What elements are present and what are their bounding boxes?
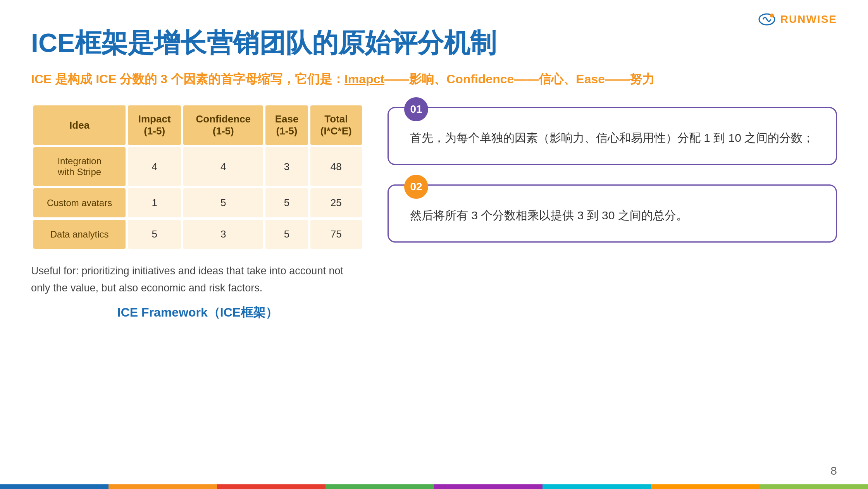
confidence-cell-1: 4 [183, 147, 263, 186]
bar-green [326, 484, 434, 489]
col-header-impact: Impact(1-5) [128, 105, 181, 145]
box2-text: 然后将所有 3 个分数相乘以提供 3 到 30 之间的总分。 [410, 205, 818, 226]
content-area: Idea Impact(1-5) Confidence(1-5) Ease(1-… [31, 103, 837, 321]
impact-cell-3: 5 [128, 220, 181, 249]
numbered-box-1: 01 首先，为每个单独的因素（影响力、信心和易用性）分配 1 到 10 之间的分… [388, 107, 837, 165]
bar-cyan [542, 484, 651, 489]
total-cell-2: 25 [310, 188, 362, 217]
bar-orange [108, 484, 217, 489]
table-section: Idea Impact(1-5) Confidence(1-5) Ease(1-… [31, 103, 364, 321]
ease-cell-1: 3 [265, 147, 308, 186]
confidence-cell-3: 3 [183, 220, 263, 249]
col-header-confidence: Confidence(1-5) [183, 105, 263, 145]
bar-purple [434, 484, 542, 489]
bar-red [217, 484, 326, 489]
badge-1: 01 [404, 97, 428, 121]
framework-label: ICE Framework（ICE框架） [31, 304, 364, 321]
col-header-ease: Ease(1-5) [265, 105, 308, 145]
right-section: 01 首先，为每个单独的因素（影响力、信心和易用性）分配 1 到 10 之间的分… [388, 103, 837, 243]
idea-cell-1: Integrationwith Stripe [33, 147, 126, 186]
table-row: Data analytics 5 3 5 75 [33, 220, 362, 249]
note-text: Useful for: prioritizing initiatives and… [31, 263, 349, 296]
ice-table: Idea Impact(1-5) Confidence(1-5) Ease(1-… [31, 103, 364, 251]
logo-area: RUNWISE [757, 12, 837, 27]
col-header-total: Total(I*C*E) [310, 105, 362, 145]
page-container: RUNWISE ICE框架是增长营销团队的原始评分机制 ICE 是构成 ICE … [0, 0, 868, 489]
page-number: 8 [830, 464, 837, 477]
idea-cell-3: Data analytics [33, 220, 126, 249]
impact-cell-1: 4 [128, 147, 181, 186]
ease-cell-3: 5 [265, 220, 308, 249]
bottom-bar [0, 484, 868, 489]
confidence-cell-2: 5 [183, 188, 263, 217]
badge-2: 02 [404, 175, 428, 199]
impact-cell-2: 1 [128, 188, 181, 217]
total-cell-1: 48 [310, 147, 362, 186]
logo-text: RUNWISE [780, 13, 837, 26]
table-row: Integrationwith Stripe 4 4 3 48 [33, 147, 362, 186]
ease-cell-2: 5 [265, 188, 308, 217]
bar-amber [651, 484, 760, 489]
box1-text: 首先，为每个单独的因素（影响力、信心和易用性）分配 1 到 10 之间的分数； [410, 127, 818, 148]
bar-blue [0, 484, 108, 489]
idea-cell-2: Custom avatars [33, 188, 126, 217]
col-header-idea: Idea [33, 105, 126, 145]
bar-lime [760, 484, 868, 489]
main-title: ICE框架是增长营销团队的原始评分机制 [31, 27, 837, 59]
svg-point-1 [770, 14, 774, 17]
subtitle: ICE 是构成 ICE 分数的 3 个因素的首字母缩写，它们是：Imapct——… [31, 71, 837, 88]
table-row: Custom avatars 1 5 5 25 [33, 188, 362, 217]
numbered-box-2: 02 然后将所有 3 个分数相乘以提供 3 到 30 之间的总分。 [388, 184, 837, 243]
total-cell-3: 75 [310, 220, 362, 249]
runwise-logo-icon [757, 12, 777, 27]
